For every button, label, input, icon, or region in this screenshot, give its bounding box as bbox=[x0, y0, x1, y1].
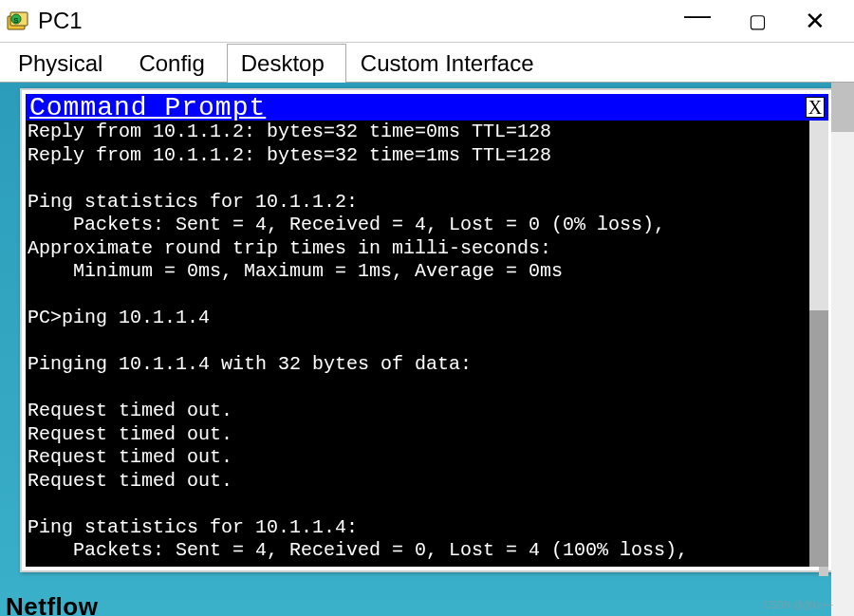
maximize-button[interactable]: ▢ bbox=[749, 11, 767, 30]
svg-text:S: S bbox=[13, 16, 19, 25]
window-title: PC1 bbox=[38, 8, 684, 34]
command-prompt-close-button[interactable]: X bbox=[806, 97, 825, 118]
tab-custom-interface[interactable]: Custom Interface bbox=[346, 44, 556, 83]
window-titlebar: S PC1 — ▢ ✕ bbox=[0, 0, 854, 43]
desktop-area: Command Prompt X Reply from 10.1.1.2: by… bbox=[0, 83, 854, 616]
outer-scrollbar-thumb[interactable] bbox=[831, 83, 854, 132]
minimize-button[interactable]: — bbox=[684, 2, 711, 28]
tab-config[interactable]: Config bbox=[124, 44, 226, 83]
scrollbar-thumb[interactable] bbox=[809, 310, 828, 567]
command-prompt-title: Command Prompt bbox=[29, 93, 266, 122]
watermark-text: CSDN @@kc++ bbox=[764, 600, 833, 610]
scrollbar-marker bbox=[819, 567, 828, 576]
command-prompt-scrollbar[interactable] bbox=[809, 121, 828, 567]
desktop-app-label[interactable]: Netflow bbox=[6, 592, 98, 616]
command-prompt-output[interactable]: Reply from 10.1.1.2: bytes=32 time=0ms T… bbox=[26, 121, 809, 567]
close-button[interactable]: ✕ bbox=[805, 9, 826, 33]
terminal-text: Reply from 10.1.1.2: bytes=32 time=0ms T… bbox=[28, 121, 688, 567]
tab-desktop[interactable]: Desktop bbox=[227, 44, 346, 84]
command-prompt-window: Command Prompt X Reply from 10.1.1.2: by… bbox=[20, 88, 834, 572]
tab-bar: Physical Config Desktop Custom Interface bbox=[0, 43, 854, 83]
command-prompt-titlebar: Command Prompt X bbox=[26, 94, 828, 121]
outer-scrollbar[interactable] bbox=[831, 83, 854, 616]
app-icon: S bbox=[0, 10, 38, 31]
tab-physical[interactable]: Physical bbox=[4, 44, 124, 83]
window-controls: — ▢ ✕ bbox=[684, 8, 854, 34]
